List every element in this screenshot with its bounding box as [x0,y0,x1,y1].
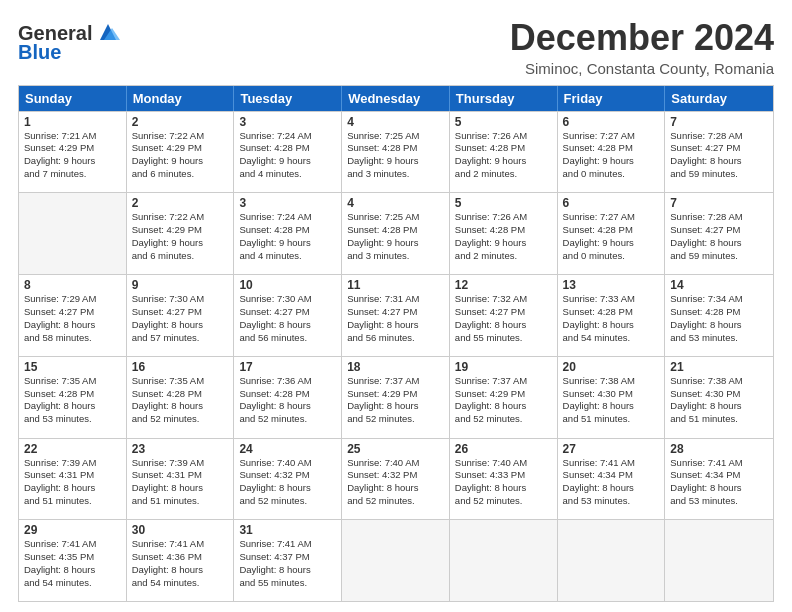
day-info: Daylight: 8 hours [132,564,229,577]
day-number: 25 [347,442,444,456]
day-info: Sunrise: 7:30 AM [132,293,229,306]
day-info: Daylight: 8 hours [24,319,121,332]
calendar-cell: 3Sunrise: 7:24 AMSunset: 4:28 PMDaylight… [234,193,342,274]
calendar-cell: 6Sunrise: 7:27 AMSunset: 4:28 PMDaylight… [558,112,666,193]
day-info: and 2 minutes. [455,168,552,181]
day-number: 6 [563,196,660,210]
day-info: and 7 minutes. [24,168,121,181]
day-number: 5 [455,115,552,129]
day-info: Sunrise: 7:25 AM [347,211,444,224]
calendar-cell [19,193,127,274]
calendar-cell: 8Sunrise: 7:29 AMSunset: 4:27 PMDaylight… [19,275,127,356]
day-info: and 53 minutes. [24,413,121,426]
day-info: and 53 minutes. [563,495,660,508]
day-info: and 52 minutes. [455,413,552,426]
day-info: Daylight: 9 hours [563,237,660,250]
day-number: 13 [563,278,660,292]
day-number: 28 [670,442,768,456]
calendar-cell: 18Sunrise: 7:37 AMSunset: 4:29 PMDayligh… [342,357,450,438]
day-info: Sunset: 4:27 PM [455,306,552,319]
day-info: and 6 minutes. [132,250,229,263]
calendar-header: SundayMondayTuesdayWednesdayThursdayFrid… [19,86,773,111]
calendar-cell [558,520,666,601]
day-info: and 0 minutes. [563,168,660,181]
day-info: and 6 minutes. [132,168,229,181]
day-info: Sunrise: 7:27 AM [563,211,660,224]
calendar-cell: 20Sunrise: 7:38 AMSunset: 4:30 PMDayligh… [558,357,666,438]
day-info: Sunrise: 7:34 AM [670,293,768,306]
calendar-cell: 4Sunrise: 7:25 AMSunset: 4:28 PMDaylight… [342,112,450,193]
day-info: and 51 minutes. [24,495,121,508]
day-info: Sunrise: 7:26 AM [455,211,552,224]
day-number: 24 [239,442,336,456]
day-info: Sunset: 4:27 PM [132,306,229,319]
day-info: Sunset: 4:28 PM [239,224,336,237]
day-number: 15 [24,360,121,374]
day-info: and 52 minutes. [455,495,552,508]
day-info: Sunrise: 7:33 AM [563,293,660,306]
day-info: Sunset: 4:28 PM [347,224,444,237]
day-number: 31 [239,523,336,537]
calendar-cell: 10Sunrise: 7:30 AMSunset: 4:27 PMDayligh… [234,275,342,356]
calendar-cell: 7Sunrise: 7:28 AMSunset: 4:27 PMDaylight… [665,193,773,274]
calendar-header-cell: Tuesday [234,86,342,111]
calendar-cell: 31Sunrise: 7:41 AMSunset: 4:37 PMDayligh… [234,520,342,601]
day-info: Daylight: 9 hours [24,155,121,168]
day-info: Sunrise: 7:32 AM [455,293,552,306]
day-info: Sunset: 4:28 PM [455,224,552,237]
day-info: Daylight: 8 hours [563,319,660,332]
day-info: Daylight: 8 hours [132,400,229,413]
calendar-cell: 4Sunrise: 7:25 AMSunset: 4:28 PMDaylight… [342,193,450,274]
day-info: Daylight: 9 hours [132,237,229,250]
calendar-cell: 5Sunrise: 7:26 AMSunset: 4:28 PMDaylight… [450,193,558,274]
day-number: 29 [24,523,121,537]
day-number: 3 [239,115,336,129]
calendar-cell: 3Sunrise: 7:24 AMSunset: 4:28 PMDaylight… [234,112,342,193]
day-info: Sunset: 4:35 PM [24,551,121,564]
day-info: and 59 minutes. [670,250,768,263]
day-info: Sunset: 4:37 PM [239,551,336,564]
day-info: Sunrise: 7:41 AM [239,538,336,551]
day-number: 5 [455,196,552,210]
day-info: Daylight: 8 hours [563,482,660,495]
day-info: Sunset: 4:32 PM [347,469,444,482]
day-info: Daylight: 8 hours [239,564,336,577]
day-info: and 55 minutes. [455,332,552,345]
day-info: Sunrise: 7:25 AM [347,130,444,143]
day-info: Sunrise: 7:30 AM [239,293,336,306]
day-info: Daylight: 9 hours [239,237,336,250]
day-info: Sunset: 4:28 PM [239,142,336,155]
logo: General Blue [18,22,122,64]
day-info: Daylight: 8 hours [24,400,121,413]
calendar-cell: 25Sunrise: 7:40 AMSunset: 4:32 PMDayligh… [342,439,450,520]
calendar-cell: 6Sunrise: 7:27 AMSunset: 4:28 PMDaylight… [558,193,666,274]
calendar-cell: 11Sunrise: 7:31 AMSunset: 4:27 PMDayligh… [342,275,450,356]
day-number: 27 [563,442,660,456]
calendar-header-cell: Saturday [665,86,773,111]
day-info: and 55 minutes. [239,577,336,590]
calendar-cell: 23Sunrise: 7:39 AMSunset: 4:31 PMDayligh… [127,439,235,520]
calendar-week: 15Sunrise: 7:35 AMSunset: 4:28 PMDayligh… [19,356,773,438]
day-number: 14 [670,278,768,292]
day-info: Daylight: 8 hours [132,482,229,495]
calendar-week: 2Sunrise: 7:22 AMSunset: 4:29 PMDaylight… [19,192,773,274]
day-info: Daylight: 8 hours [347,400,444,413]
day-info: Daylight: 9 hours [132,155,229,168]
day-info: and 3 minutes. [347,168,444,181]
day-info: Daylight: 8 hours [563,400,660,413]
day-info: and 54 minutes. [132,577,229,590]
day-info: and 58 minutes. [24,332,121,345]
day-info: Sunset: 4:30 PM [563,388,660,401]
day-info: Sunrise: 7:24 AM [239,211,336,224]
calendar-cell: 26Sunrise: 7:40 AMSunset: 4:33 PMDayligh… [450,439,558,520]
day-info: Sunrise: 7:27 AM [563,130,660,143]
page: General Blue December 2024 Siminoc, Cons… [0,0,792,612]
day-info: Sunset: 4:33 PM [455,469,552,482]
calendar-cell: 9Sunrise: 7:30 AMSunset: 4:27 PMDaylight… [127,275,235,356]
day-info: Sunset: 4:28 PM [455,142,552,155]
day-info: Daylight: 8 hours [347,319,444,332]
day-info: Sunset: 4:30 PM [670,388,768,401]
day-info: Sunset: 4:29 PM [455,388,552,401]
day-info: Sunrise: 7:31 AM [347,293,444,306]
day-info: Sunset: 4:28 PM [563,306,660,319]
